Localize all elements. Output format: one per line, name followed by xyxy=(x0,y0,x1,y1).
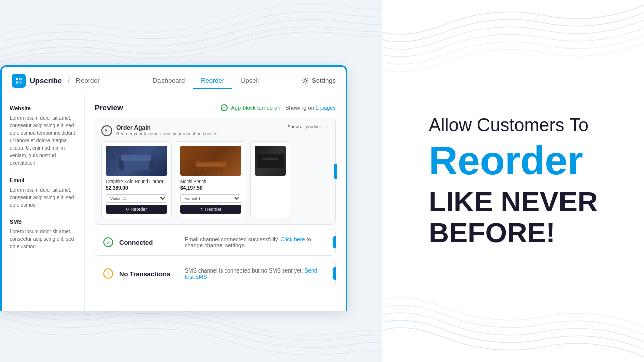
breadcrumb-reorder: Reorder xyxy=(76,77,100,84)
sms-status-desc: SMS channel is connected but no SMS sent… xyxy=(185,267,327,280)
preview-title: Preview xyxy=(95,103,123,112)
sms-status-section: ! No Transactions SMS channel is connect… xyxy=(95,260,336,287)
sidebar-website-text: Lorem ipsum dolor sit amet, conseetur ad… xyxy=(10,114,76,167)
settings-icon xyxy=(302,77,309,84)
sidebar-website-title: Website xyxy=(10,105,76,111)
sidebar-email-title: Email xyxy=(10,177,76,183)
email-status-section: ✓ Connected Email channel connected succ… xyxy=(95,229,336,256)
app-logo-icon xyxy=(12,74,26,88)
warning-icon-container: ! xyxy=(103,268,113,279)
order-again-icon: ↻ xyxy=(101,125,112,136)
svg-rect-8 xyxy=(121,155,151,161)
svg-rect-1 xyxy=(19,78,22,80)
promo-content: Allow Customers To Reorder LIKE NEVERBEF… xyxy=(409,94,618,268)
email-settings-link[interactable]: Click here xyxy=(281,236,305,242)
logo-name: Upscribe xyxy=(30,76,62,85)
svg-point-4 xyxy=(304,79,307,82)
svg-rect-5 xyxy=(119,160,154,170)
left-panel: Upscribe / Reorder Dashboard Reorder Ups… xyxy=(0,0,382,362)
promo-title-black: LIKE NEVERBEFORE! xyxy=(429,186,598,248)
sidebar-sms-text: Lorem ipsum dolor sit amet, conseetur ad… xyxy=(10,228,76,250)
app-logo: Upscribe / Reorder xyxy=(12,74,100,88)
svg-rect-12 xyxy=(221,167,223,171)
order-again-header: ↻ Order Again Reorder your favorites fro… xyxy=(101,124,329,136)
content-area: Preview App block turned on Showing on 2… xyxy=(85,95,346,311)
app-block-status: App block turned on xyxy=(221,104,280,111)
product-card-dark xyxy=(250,141,290,218)
app-main-content: Website Lorem ipsum dolor sit amet, cons… xyxy=(2,95,346,311)
preview-card: ↻ Order Again Reorder your favorites fro… xyxy=(95,118,336,225)
reorder-button-bench[interactable]: ↻ Reorder xyxy=(180,205,242,214)
breadcrumb-separator: / xyxy=(68,77,70,84)
sidebar-email-text: Lorem ipsum dolor sit amet, conseetur ad… xyxy=(10,186,76,209)
nav-dashboard[interactable]: Dashboard xyxy=(145,73,193,88)
svg-rect-0 xyxy=(16,78,18,80)
sidebar-sms-title: SMS xyxy=(10,219,76,225)
settings-button[interactable]: Settings xyxy=(302,77,336,84)
connected-icon: ✓ xyxy=(103,237,113,247)
status-dot-icon xyxy=(221,104,228,111)
svg-rect-15 xyxy=(257,154,284,167)
sms-tab-indicator xyxy=(333,267,336,280)
promo-title-blue: Reorder xyxy=(429,141,598,181)
app-header: Upscribe / Reorder Dashboard Reorder Ups… xyxy=(2,67,346,95)
promo-subtitle: Allow Customers To xyxy=(429,114,598,136)
order-again-subtitle: Reorder your favorites from your recent … xyxy=(116,131,217,136)
warning-icon: ! xyxy=(103,268,113,279)
order-again-title: Order Again xyxy=(116,124,217,131)
variant-select-bench[interactable]: Variant 1 xyxy=(180,194,242,203)
svg-rect-16 xyxy=(263,158,278,160)
product-image-sofa xyxy=(106,146,167,176)
preview-header: Preview App block turned on Showing on 2… xyxy=(95,103,336,112)
variant-select-sofa[interactable]: Variant 1 xyxy=(106,194,167,203)
settings-label: Settings xyxy=(312,77,336,84)
svg-rect-2 xyxy=(16,81,18,84)
svg-rect-14 xyxy=(216,167,218,171)
svg-rect-10 xyxy=(195,161,227,163)
app-sidebar: Website Lorem ipsum dolor sit amet, cons… xyxy=(2,95,85,311)
status-text: App block turned on xyxy=(231,105,280,111)
product-price-sofa: $2,389.00 xyxy=(106,185,167,191)
order-again-info: Order Again Reorder your favorites from … xyxy=(116,124,217,136)
product-name-sofa: Graphite Sofa Round Corner xyxy=(106,179,167,184)
reorder-button-sofa[interactable]: ↻ Reorder xyxy=(106,205,167,214)
right-panel: Allow Customers To Reorder LIKE NEVERBEF… xyxy=(382,0,644,362)
wave-top-left xyxy=(0,0,382,70)
order-again-left: ↻ Order Again Reorder your favorites fro… xyxy=(101,124,217,136)
pages-link: Showing on 2 pages xyxy=(285,105,336,111)
product-image-dark xyxy=(255,146,286,176)
reorder-icon-2: ↻ xyxy=(200,207,204,212)
app-nav: Dashboard Reorder Upsell xyxy=(110,73,302,88)
product-price-bench: $4,197.50 xyxy=(180,185,242,191)
wave-top-right xyxy=(382,0,644,101)
product-name-bench: Machi Bench xyxy=(180,179,242,184)
product-card-sofa: Graphite Sofa Round Corner $2,389.00 Var… xyxy=(101,141,172,218)
email-tab-indicator xyxy=(333,236,336,248)
nav-upsell[interactable]: Upsell xyxy=(232,73,267,88)
svg-rect-11 xyxy=(198,167,201,171)
product-card-bench: Machi Bench $4,197.50 Variant 1 ↻ Reorde… xyxy=(176,141,246,218)
svg-rect-3 xyxy=(19,81,22,84)
pages-count-link[interactable]: 2 pages xyxy=(316,105,336,111)
app-window: Upscribe / Reorder Dashboard Reorder Ups… xyxy=(0,65,347,311)
reorder-icon: ↻ xyxy=(126,207,129,212)
sms-status-name: No Transactions xyxy=(119,270,185,278)
nav-reorder[interactable]: Reorder xyxy=(193,73,232,88)
wave-bottom-right xyxy=(382,261,644,362)
show-all-button[interactable]: Show all products → xyxy=(287,124,329,129)
connected-icon-container: ✓ xyxy=(103,237,113,247)
product-grid: Graphite Sofa Round Corner $2,389.00 Var… xyxy=(101,141,329,218)
svg-rect-13 xyxy=(203,167,206,171)
preview-tab-indicator xyxy=(334,164,337,179)
email-status-name: Connected xyxy=(119,239,185,246)
email-status-desc: Email channel connected successfully. Cl… xyxy=(185,236,327,248)
product-image-bench xyxy=(180,146,242,176)
